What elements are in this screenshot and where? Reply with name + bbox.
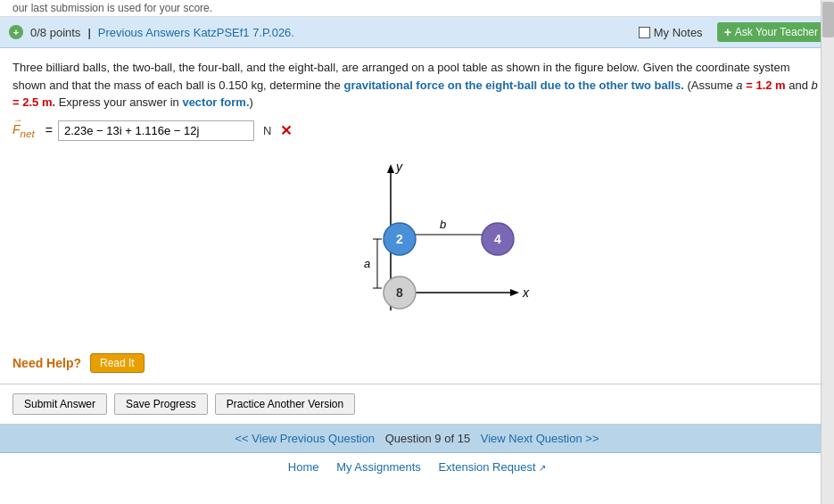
- my-assignments-link[interactable]: My Assignments: [336, 460, 421, 474]
- submit-answer-button[interactable]: Submit Answer: [12, 393, 107, 415]
- f-net-sub: net: [21, 127, 35, 138]
- a-value: = 1.2 m: [746, 78, 785, 92]
- ball-2-label: 2: [396, 232, 403, 246]
- need-help-label: Need Help?: [12, 356, 81, 370]
- unit-label: N: [263, 124, 271, 137]
- need-help-row: Need Help? Read It: [12, 353, 822, 373]
- notes-checkbox[interactable]: [639, 27, 650, 38]
- read-it-button[interactable]: Read It: [90, 353, 145, 373]
- footer-bar: Home My Assignments Extension Request ↗: [0, 453, 834, 481]
- physics-diagram: y x b a: [284, 150, 551, 346]
- extension-request-text: Extension Request: [438, 460, 535, 474]
- my-notes-label: My Notes: [654, 26, 703, 39]
- top-bar-left: + 0/8 points | Previous Answers KatzPSEf…: [9, 25, 294, 39]
- scrollbar[interactable]: [821, 0, 834, 504]
- answer-input[interactable]: [58, 120, 254, 141]
- a-dimension-label: a: [364, 257, 370, 270]
- main-content: Three billiard balls, the two-ball, the …: [0, 48, 834, 384]
- extension-request-icon: ↗: [539, 463, 546, 473]
- ball-8-label: 8: [396, 285, 403, 300]
- prev-answers-link[interactable]: Previous Answers KatzPSEf1 7.P.026.: [98, 26, 294, 39]
- x-label: x: [522, 285, 530, 300]
- x-axis-arrow: [510, 289, 519, 296]
- points-text: 0/8 points: [30, 26, 80, 39]
- separator: |: [87, 26, 90, 39]
- plus-icon: +: [724, 25, 731, 39]
- bottom-buttons: Submit Answer Save Progress Practice Ano…: [0, 384, 834, 425]
- highlight-gravitational: gravitational force on the eight-ball du…: [343, 78, 683, 92]
- context-text: our last submission is used for your sco…: [0, 0, 834, 17]
- b-value: = 2.5 m.: [12, 95, 55, 109]
- home-link[interactable]: Home: [288, 460, 319, 474]
- y-axis-arrow: [387, 164, 394, 173]
- diagram-area: y x b a: [12, 150, 822, 346]
- var-b: b: [812, 78, 818, 92]
- practice-another-version-button[interactable]: Practice Another Version: [215, 393, 355, 415]
- next-question-link[interactable]: View Next Question >>: [481, 432, 599, 445]
- var-a: a: [736, 78, 742, 92]
- scrollbar-thumb[interactable]: [822, 2, 834, 37]
- points-icon: +: [9, 25, 23, 39]
- navigation-bar: << View Previous Question Question 9 of …: [0, 425, 834, 453]
- arrow-over: →: [13, 115, 22, 125]
- save-progress-button[interactable]: Save Progress: [114, 393, 208, 415]
- wrong-icon: ✕: [280, 122, 292, 139]
- ball-4-label: 4: [494, 232, 501, 246]
- f-net-label: → Fnet: [12, 122, 35, 139]
- top-bar: + 0/8 points | Previous Answers KatzPSEf…: [0, 17, 834, 48]
- problem-text: Three billiard balls, the two-ball, the …: [12, 59, 822, 112]
- question-info: Question 9 of 15: [385, 432, 470, 445]
- answer-row: → Fnet = N ✕: [12, 120, 822, 141]
- my-notes-area: My Notes: [639, 26, 703, 39]
- highlight-vector: vector form.: [182, 95, 249, 109]
- extension-request-link[interactable]: Extension Request ↗: [438, 460, 546, 474]
- ask-teacher-button[interactable]: + Ask Your Teacher: [717, 22, 825, 42]
- b-dimension-label: b: [440, 218, 446, 231]
- top-bar-right: My Notes + Ask Your Teacher: [639, 22, 825, 42]
- ask-teacher-label: Ask Your Teacher: [735, 26, 818, 38]
- prev-answers-text: Previous Answers: [98, 26, 190, 39]
- equals-sign: =: [45, 123, 53, 137]
- y-label: y: [395, 160, 403, 174]
- prev-answers-ref: KatzPSEf1 7.P.026.: [194, 26, 294, 39]
- prev-question-link[interactable]: << View Previous Question: [235, 432, 376, 445]
